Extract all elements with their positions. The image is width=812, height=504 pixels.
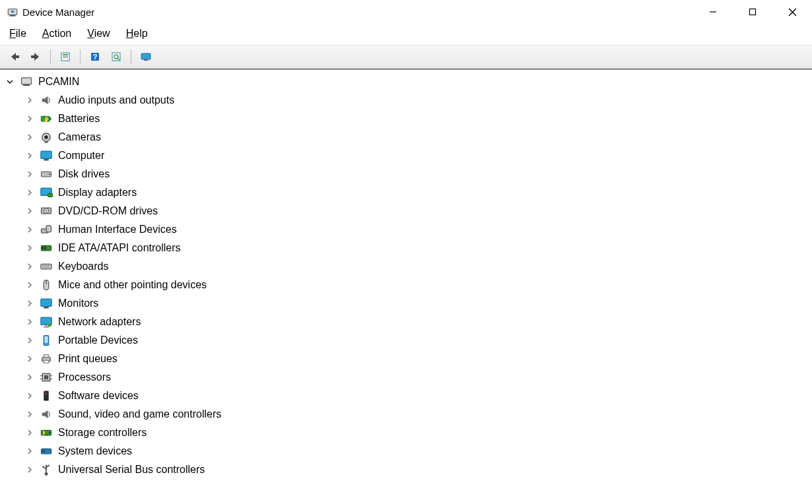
- tree-node[interactable]: Keyboards: [25, 257, 811, 276]
- tree-node[interactable]: IDE ATA/ATAPI controllers: [25, 239, 811, 257]
- svg-rect-40: [45, 247, 47, 250]
- chevron-right-icon[interactable]: [25, 428, 34, 437]
- scan-hardware-button[interactable]: [107, 49, 125, 65]
- tree-node-label: Network adapters: [58, 316, 141, 328]
- minimize-button[interactable]: [693, 0, 733, 24]
- svg-rect-53: [44, 355, 49, 358]
- properties-button[interactable]: [56, 49, 75, 65]
- tree-node[interactable]: Disk drives: [25, 165, 811, 183]
- tree-root-node[interactable]: PCAMIN: [5, 73, 811, 91]
- svg-point-69: [48, 465, 50, 467]
- chevron-right-icon[interactable]: [25, 133, 34, 142]
- chevron-right-icon[interactable]: [25, 262, 34, 271]
- tree-node[interactable]: Software devices: [25, 387, 811, 405]
- chevron-down-icon[interactable]: [5, 77, 15, 86]
- tree-node[interactable]: Portable Devices: [25, 331, 811, 350]
- tree-node[interactable]: Storage controllers: [25, 424, 811, 442]
- tree-node[interactable]: Mice and other pointing devices: [25, 276, 811, 294]
- menu-file[interactable]: File: [9, 28, 26, 40]
- chevron-right-icon[interactable]: [25, 336, 34, 345]
- svg-rect-2: [11, 11, 15, 13]
- tree-node[interactable]: Cameras: [25, 128, 811, 146]
- chevron-right-icon[interactable]: [25, 465, 34, 474]
- chevron-right-icon[interactable]: [25, 188, 34, 197]
- svg-rect-1: [10, 15, 16, 16]
- chevron-right-icon[interactable]: [25, 354, 34, 363]
- tree-node-label: Display adapters: [58, 187, 137, 199]
- chevron-right-icon[interactable]: [25, 170, 34, 179]
- chevron-right-icon[interactable]: [25, 299, 34, 308]
- tree-node[interactable]: Computer: [25, 146, 811, 165]
- svg-rect-47: [44, 307, 49, 309]
- tree-node-label: Print queues: [58, 353, 118, 365]
- device-manager-icon: [7, 6, 18, 18]
- hid-icon: [40, 224, 53, 235]
- tree-node-label: Human Interface Devices: [58, 224, 177, 236]
- tree-node-label: Audio inputs and outputs: [58, 94, 174, 106]
- svg-rect-39: [42, 247, 44, 250]
- tree-node-label: IDE ATA/ATAPI controllers: [58, 242, 181, 254]
- keyboard-icon: [40, 261, 53, 272]
- svg-point-67: [45, 472, 48, 476]
- svg-rect-10: [63, 54, 68, 55]
- svg-rect-46: [41, 299, 51, 306]
- svg-rect-32: [48, 193, 53, 197]
- svg-rect-56: [44, 375, 48, 379]
- close-button[interactable]: [772, 0, 812, 24]
- tree-node[interactable]: Universal Serial Bus controllers: [25, 460, 811, 479]
- chevron-right-icon[interactable]: [25, 114, 34, 123]
- tree-node-label: Keyboards: [58, 261, 109, 272]
- tree-node-label: Monitors: [58, 298, 98, 309]
- tree-node[interactable]: Network adapters: [25, 313, 811, 331]
- menu-help[interactable]: Help: [126, 28, 148, 40]
- toolbar-separator: [131, 49, 131, 64]
- tree-node-label: Batteries: [58, 113, 100, 125]
- svg-rect-7: [15, 55, 19, 58]
- svg-point-35: [46, 210, 47, 211]
- chevron-right-icon[interactable]: [25, 243, 34, 253]
- speaker-icon: [40, 95, 53, 106]
- menu-action[interactable]: Action: [42, 28, 71, 40]
- device-tree[interactable]: PCAMIN Audio inputs and outputsBatteries…: [0, 69, 812, 504]
- tree-node[interactable]: System devices: [25, 442, 811, 460]
- svg-rect-70: [42, 466, 44, 468]
- tree-node-label: Disk drives: [58, 168, 110, 180]
- monitor-icon: [40, 298, 53, 309]
- tree-node[interactable]: Print queues: [25, 350, 811, 368]
- chevron-right-icon[interactable]: [25, 225, 34, 234]
- chevron-right-icon[interactable]: [25, 151, 34, 160]
- tree-node-label: Universal Serial Bus controllers: [58, 464, 205, 476]
- tree-node[interactable]: Processors: [25, 368, 811, 387]
- cpu-icon: [40, 372, 53, 383]
- chevron-right-icon[interactable]: [25, 96, 34, 105]
- menu-view[interactable]: View: [87, 28, 110, 40]
- tree-node[interactable]: Audio inputs and outputs: [25, 91, 811, 110]
- tree-node[interactable]: DVD/CD-ROM drives: [25, 202, 811, 220]
- chevron-right-icon[interactable]: [25, 280, 34, 290]
- optical-icon: [40, 206, 53, 216]
- chevron-right-icon[interactable]: [25, 410, 34, 419]
- tree-node-label: Storage controllers: [58, 427, 147, 439]
- maximize-button[interactable]: [733, 0, 772, 24]
- forward-button[interactable]: [26, 49, 45, 65]
- svg-point-25: [44, 135, 48, 139]
- back-button[interactable]: [5, 49, 24, 65]
- tree-node[interactable]: Batteries: [25, 110, 811, 128]
- tree-node[interactable]: Sound, video and game controllers: [25, 405, 811, 424]
- help-button[interactable]: ?: [86, 49, 104, 65]
- show-hidden-button[interactable]: [137, 49, 155, 65]
- window-controls: [693, 0, 812, 24]
- tree-node[interactable]: Human Interface Devices: [25, 220, 811, 239]
- chevron-right-icon[interactable]: [25, 206, 34, 216]
- svg-rect-37: [46, 226, 51, 232]
- storage-icon: [40, 427, 53, 438]
- chevron-right-icon[interactable]: [25, 391, 34, 400]
- svg-point-49: [48, 324, 51, 327]
- chevron-right-icon[interactable]: [25, 373, 34, 382]
- svg-point-64: [49, 432, 51, 434]
- tree-node[interactable]: Display adapters: [25, 183, 811, 202]
- chevron-right-icon[interactable]: [25, 447, 34, 456]
- chevron-right-icon[interactable]: [25, 317, 34, 327]
- svg-rect-51: [45, 336, 48, 343]
- tree-node[interactable]: Monitors: [25, 294, 811, 313]
